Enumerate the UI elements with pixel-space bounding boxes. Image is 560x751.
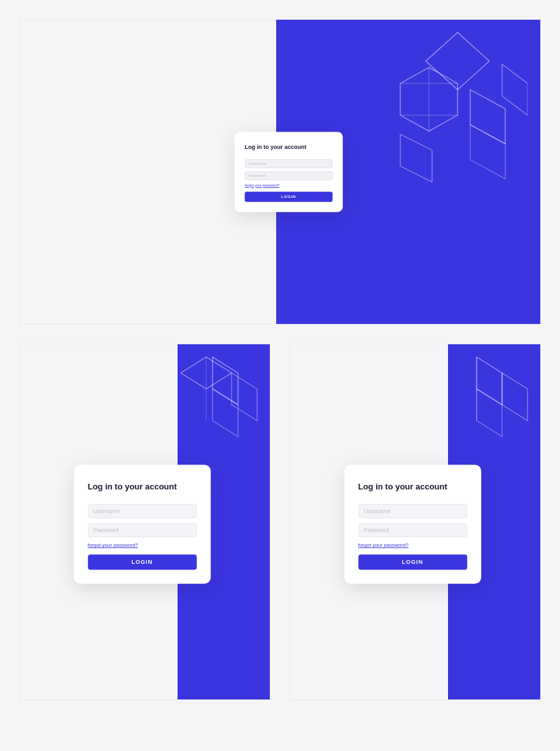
username-field-medium-left[interactable]: Username bbox=[88, 504, 197, 518]
username-field-large[interactable]: Username bbox=[245, 159, 333, 168]
geo-shapes-medium-right bbox=[438, 351, 540, 465]
forgot-password-large[interactable]: forgot your password? bbox=[245, 183, 333, 187]
svg-marker-12 bbox=[232, 373, 257, 421]
svg-marker-15 bbox=[477, 389, 502, 437]
password-field-medium-left[interactable]: Password bbox=[88, 523, 197, 537]
svg-marker-14 bbox=[477, 357, 502, 405]
login-button-medium-left[interactable]: LOGIN bbox=[88, 554, 197, 570]
svg-marker-5 bbox=[502, 64, 528, 115]
login-title-large: Log in to your account bbox=[245, 143, 333, 151]
login-button-medium-right[interactable]: LOGIN bbox=[358, 554, 467, 570]
login-card-large: Log in to your account Username Password… bbox=[235, 132, 343, 212]
login-card-medium-left: Log in to your account Username Password… bbox=[74, 465, 211, 584]
login-button-large[interactable]: LOGIN bbox=[245, 192, 333, 202]
bottom-row: Log in to your account Username Password… bbox=[19, 344, 541, 700]
login-title-medium-right: Log in to your account bbox=[358, 481, 467, 493]
password-field-medium-right[interactable]: Password bbox=[358, 523, 467, 537]
panel-medium-left: Log in to your account Username Password… bbox=[19, 344, 270, 700]
svg-marker-3 bbox=[470, 125, 505, 179]
forgot-password-medium-left[interactable]: forgot your password? bbox=[88, 542, 197, 548]
password-field-large[interactable]: Password bbox=[245, 171, 333, 180]
svg-marker-16 bbox=[502, 373, 528, 421]
geo-shapes-large bbox=[381, 26, 528, 230]
forgot-password-medium-right[interactable]: forgot your password? bbox=[358, 542, 467, 548]
svg-marker-2 bbox=[470, 90, 505, 144]
login-card-medium-right: Log in to your account Username Password… bbox=[344, 465, 481, 584]
svg-marker-4 bbox=[400, 134, 432, 182]
login-title-medium-left: Log in to your account bbox=[88, 481, 197, 493]
username-field-medium-right[interactable]: Username bbox=[358, 504, 467, 518]
svg-marker-10 bbox=[213, 389, 238, 437]
svg-marker-0 bbox=[426, 32, 489, 90]
svg-marker-9 bbox=[213, 357, 238, 405]
panel-large: Log in to your account Username Password… bbox=[19, 19, 541, 325]
panel-medium-right: Log in to your account Username Password… bbox=[290, 344, 541, 700]
